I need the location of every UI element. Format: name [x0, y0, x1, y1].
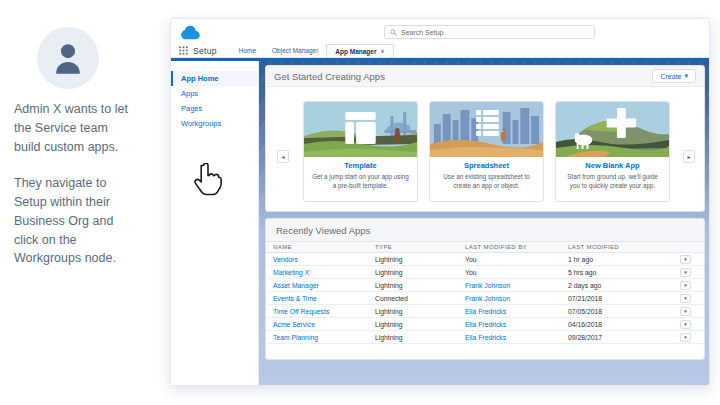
nav-item-apps[interactable]: Apps	[171, 86, 258, 101]
salesforce-logo	[178, 24, 202, 41]
setup-tab-bar: Setup Home Object Manager App Manager ∨	[171, 45, 709, 58]
modified-by-link[interactable]: Frank Johnson	[465, 282, 510, 289]
card-new-blank-app[interactable]: New Blank App Start from ground up, we'l…	[555, 101, 670, 202]
tab-object-manager[interactable]: Object Manager	[264, 44, 326, 57]
row-actions-button[interactable]: ▼	[680, 333, 691, 342]
table-header-row: NAME TYPE LAST MODIFIED BY LAST MODIFIED	[266, 241, 704, 253]
modified-by: You	[465, 256, 476, 263]
app-type: Lightning	[375, 321, 403, 328]
recently-viewed-apps-panel: Recently Viewed Apps NAME TYPE LAST MODI…	[265, 218, 705, 360]
new-blank-app-illustration	[556, 102, 669, 157]
scenario-caption-panel: Admin X wants to let the Service team bu…	[0, 0, 170, 405]
row-actions-button[interactable]: ▼	[680, 307, 691, 316]
chevron-down-icon: ∨	[380, 48, 384, 54]
app-name-link[interactable]: Vendors	[273, 256, 298, 263]
nav-item-pages[interactable]: Pages	[171, 101, 258, 116]
salesforce-setup-window: Search Setup Setup Home Object Manager A…	[170, 18, 710, 386]
card-new-blank-app-description: Start from ground up, we'll guide you to…	[563, 172, 662, 190]
modified-by-link[interactable]: Ella Fredricks	[465, 334, 506, 341]
last-modified: 07/05/2018	[568, 308, 602, 315]
nav-item-app-home[interactable]: App Home	[171, 71, 258, 86]
carousel-next-button[interactable]: ▸	[683, 150, 695, 163]
table-row: Time Off Requests Lightning Ella Fredric…	[266, 305, 704, 318]
recently-viewed-title: Recently Viewed Apps	[276, 225, 370, 236]
app-name-link[interactable]: Asset Manager	[273, 282, 319, 289]
card-spreadsheet[interactable]: Spreadsheet Use an existing spreadsheet …	[429, 101, 544, 202]
global-header: Search Setup	[171, 19, 709, 45]
row-actions-button[interactable]: ▼	[680, 294, 691, 303]
row-actions-button[interactable]: ▼	[680, 281, 691, 290]
caption-paragraph-1: Admin X wants to let the Service team bu…	[14, 100, 132, 156]
table-row: Marketing X Lightning You 5 hrs ago ▼	[266, 266, 704, 279]
tab-home[interactable]: Home	[231, 44, 264, 57]
setup-search-input[interactable]: Search Setup	[384, 25, 595, 39]
table-row: Team Planning Lightning Ella Fredricks 0…	[266, 331, 704, 344]
create-button-label: Create	[660, 73, 681, 80]
row-actions-button[interactable]: ▼	[680, 255, 691, 264]
table-row: Asset Manager Lightning Frank Johnson 2 …	[266, 279, 704, 292]
card-spreadsheet-description: Use an existing spreadsheet to create an…	[437, 172, 536, 190]
last-modified: 09/28/2017	[568, 334, 602, 341]
column-type: TYPE	[375, 244, 392, 250]
create-button[interactable]: Create ▾	[652, 69, 696, 83]
get-started-panel: Get Started Creating Apps Create ▾ ◂ ▸	[265, 65, 705, 212]
app-type: Lightning	[375, 269, 403, 276]
table-row: Acme Service Lightning Ella Fredricks 04…	[266, 318, 704, 331]
search-placeholder: Search Setup	[401, 29, 443, 36]
app-type: Lightning	[375, 308, 403, 315]
avatar	[37, 27, 99, 89]
last-modified: 2 days ago	[568, 282, 601, 289]
row-actions-button[interactable]: ▼	[680, 320, 691, 329]
column-last-modified-by: LAST MODIFIED BY	[465, 244, 527, 250]
card-template[interactable]: Template Get a jump start on your app us…	[303, 101, 418, 202]
card-spreadsheet-title: Spreadsheet	[430, 161, 543, 170]
modified-by-link[interactable]: Ella Fredricks	[465, 308, 506, 315]
app-type: Lightning	[375, 256, 403, 263]
table-row: Events & Time Connected Frank Johnson 07…	[266, 292, 704, 305]
table-row: Vendors Lightning You 1 hr ago ▼	[266, 253, 704, 266]
card-template-title: Template	[304, 161, 417, 170]
app-name-link[interactable]: Marketing X	[273, 269, 309, 276]
app-type: Connected	[375, 295, 408, 302]
modified-by-link[interactable]: Ella Fredricks	[465, 321, 506, 328]
modified-by-link[interactable]: Frank Johnson	[465, 295, 510, 302]
template-illustration	[304, 102, 417, 157]
app-name-link[interactable]: Events & Time	[273, 295, 317, 302]
setup-app-label: Setup	[193, 46, 217, 56]
row-actions-button[interactable]: ▼	[680, 268, 691, 277]
hand-pointer-cursor	[193, 163, 223, 197]
app-type: Lightning	[375, 334, 403, 341]
app-name-link[interactable]: Acme Service	[273, 321, 315, 328]
setup-content-area: Get Started Creating Apps Create ▾ ◂ ▸	[259, 61, 709, 386]
scenario-description: Admin X wants to let the Service team bu…	[14, 100, 132, 268]
app-launcher-icon[interactable]	[179, 46, 188, 55]
tab-app-manager-label: App Manager	[335, 48, 376, 55]
column-name: NAME	[273, 244, 292, 250]
nav-item-workgroups[interactable]: Workgroups	[171, 116, 258, 131]
app-type: Lightning	[375, 282, 403, 289]
carousel-prev-button[interactable]: ◂	[277, 150, 289, 163]
last-modified: 04/16/2018	[568, 321, 602, 328]
last-modified: 07/21/2018	[568, 295, 602, 302]
card-new-blank-app-title: New Blank App	[556, 161, 669, 170]
search-icon	[390, 29, 397, 36]
setup-nav: App Home Apps Pages Workgroups	[171, 61, 259, 386]
person-icon	[53, 41, 83, 75]
column-last-modified: LAST MODIFIED	[568, 244, 619, 250]
spreadsheet-illustration	[430, 102, 543, 157]
last-modified: 1 hr ago	[568, 256, 593, 263]
chevron-down-icon: ▾	[684, 72, 688, 80]
last-modified: 5 hrs ago	[568, 269, 596, 276]
app-name-link[interactable]: Time Off Requests	[273, 308, 329, 315]
get-started-title: Get Started Creating Apps	[274, 71, 385, 82]
card-template-description: Get a jump start on your app using a pre…	[311, 172, 410, 190]
modified-by: You	[465, 269, 476, 276]
caption-paragraph-2: They navigate to Setup within their Busi…	[14, 174, 132, 268]
app-name-link[interactable]: Team Planning	[273, 334, 318, 341]
tab-app-manager[interactable]: App Manager ∨	[326, 44, 393, 57]
